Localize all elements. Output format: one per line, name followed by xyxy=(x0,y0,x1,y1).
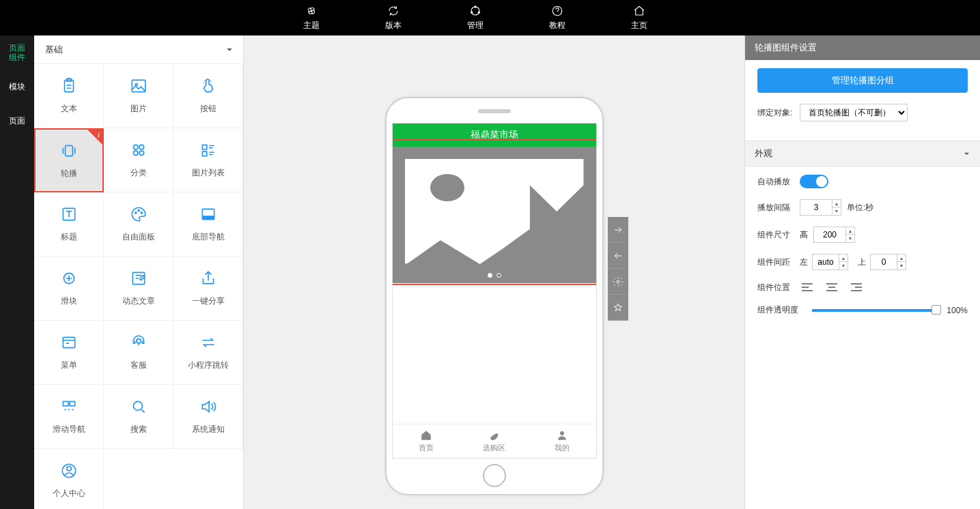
comp-dynamic-article[interactable]: 动态文章 xyxy=(104,257,173,321)
comp-service[interactable]: 客服 xyxy=(104,321,173,385)
float-star[interactable] xyxy=(608,295,628,321)
align-center-button[interactable] xyxy=(824,281,839,293)
circle-nodes-icon xyxy=(469,5,481,17)
dot xyxy=(496,273,501,278)
svg-point-19 xyxy=(141,212,142,214)
comp-bottom-nav[interactable]: 底部导航 xyxy=(173,192,243,257)
autoplay-toggle[interactable] xyxy=(800,175,828,188)
leftnav-modules[interactable]: 模块 xyxy=(0,70,34,104)
height-input[interactable] xyxy=(813,227,846,243)
svg-rect-9 xyxy=(66,145,73,156)
comp-search[interactable]: 搜索 xyxy=(104,385,173,449)
app-title-bar: 福鼎菜市场 xyxy=(393,123,596,147)
carousel-icon xyxy=(60,142,78,160)
tap-icon xyxy=(199,77,217,95)
image-icon xyxy=(130,77,148,95)
comp-profile[interactable]: 个人中心 xyxy=(34,449,104,509)
chevron-down-icon xyxy=(225,46,234,54)
vegetable-icon xyxy=(488,429,500,441)
topbar-version[interactable]: 版本 xyxy=(352,5,434,31)
gear-icon xyxy=(613,276,624,287)
comp-slide-nav[interactable]: 滑动导航 xyxy=(34,385,104,449)
list-icon xyxy=(199,141,217,159)
comp-slider[interactable]: 滑块 xyxy=(34,257,104,321)
comp-button[interactable]: 按钮 xyxy=(173,64,243,128)
svg-rect-27 xyxy=(70,401,75,406)
autoplay-label: 自动播放 xyxy=(757,176,800,188)
component-category-header[interactable]: 基础 xyxy=(34,35,243,64)
grid-icon xyxy=(130,141,148,159)
svg-rect-15 xyxy=(202,151,207,156)
interval-label: 播放间隔 xyxy=(757,202,800,214)
tab-mine[interactable]: 我的 xyxy=(528,424,596,458)
topbar-home[interactable]: 主页 xyxy=(598,5,680,31)
align-left-button[interactable] xyxy=(800,281,815,293)
size-label: 组件尺寸 xyxy=(757,229,800,241)
comp-miniapp-jump[interactable]: 小程序跳转 xyxy=(173,321,243,385)
margin-top-label: 上 xyxy=(858,257,866,268)
component-category-label: 基础 xyxy=(45,44,63,56)
comp-notification[interactable]: 系统通知 xyxy=(173,385,243,449)
property-panel: 轮播图组件设置 管理轮播图分组 绑定对象: 首页轮播图（不可删） 外观 自动播放… xyxy=(744,35,980,509)
search-icon xyxy=(130,398,148,416)
bottom-nav-icon xyxy=(199,205,217,223)
top-bar: 主题 版本 管理 教程 主页 xyxy=(0,0,980,35)
comp-category[interactable]: 分类 xyxy=(104,128,173,192)
height-label: 高 xyxy=(800,229,808,241)
position-label: 组件位置 xyxy=(757,282,800,293)
comp-image-list[interactable]: 图片列表 xyxy=(173,128,243,192)
float-arrow-right[interactable] xyxy=(608,217,628,243)
comp-image[interactable]: 图片 xyxy=(104,64,173,128)
svg-point-28 xyxy=(133,401,142,410)
tab-home[interactable]: 首页 xyxy=(393,424,460,458)
svg-point-2 xyxy=(478,12,479,13)
svg-point-3 xyxy=(471,12,473,13)
float-arrow-left[interactable] xyxy=(608,243,628,269)
opacity-label: 组件透明度 xyxy=(757,304,807,316)
float-settings[interactable] xyxy=(608,269,628,295)
comp-free-panel[interactable]: 自由面板 xyxy=(104,192,173,257)
topbar-manage[interactable]: 管理 xyxy=(434,5,516,31)
menu-icon xyxy=(60,334,78,351)
svg-point-10 xyxy=(133,145,138,149)
phone-home-button xyxy=(483,464,506,487)
manage-groups-button[interactable]: 管理轮播图分组 xyxy=(757,68,968,93)
comp-menu[interactable]: 菜单 xyxy=(34,321,104,385)
align-center-icon xyxy=(826,282,838,292)
tab-shop[interactable]: 选购区 xyxy=(460,424,528,458)
leftnav-page-components[interactable]: 页面组件 xyxy=(0,35,34,70)
svg-point-13 xyxy=(139,151,144,156)
comp-carousel[interactable]: i轮播 xyxy=(34,128,104,192)
topbar-theme[interactable]: 主题 xyxy=(270,5,352,31)
comp-title[interactable]: 标题 xyxy=(34,192,104,257)
chevron-down-icon xyxy=(963,150,970,158)
app-tabbar: 首页 选购区 我的 xyxy=(393,424,596,458)
carousel-component[interactable] xyxy=(393,147,596,283)
comp-text[interactable]: 文本 xyxy=(34,64,104,128)
appearance-section-header[interactable]: 外观 xyxy=(745,141,980,166)
refresh-icon xyxy=(387,5,400,17)
interval-unit: 单位:秒 xyxy=(847,202,873,214)
align-left-icon xyxy=(801,282,813,292)
svg-point-30 xyxy=(66,467,71,471)
margin-left-spinner[interactable]: ▲▼ xyxy=(839,254,848,270)
height-spinner[interactable]: ▲▼ xyxy=(846,227,855,243)
interval-spinner[interactable]: ▲▼ xyxy=(832,199,841,216)
margin-left-input[interactable] xyxy=(812,254,839,270)
comp-share[interactable]: 一键分享 xyxy=(173,257,243,321)
topbar-tutorial[interactable]: 教程 xyxy=(516,5,598,31)
svg-point-32 xyxy=(617,280,619,283)
topbar-label: 主页 xyxy=(631,20,647,31)
leftnav-pages[interactable]: 页面 xyxy=(0,104,34,138)
bind-object-select[interactable]: 首页轮播图（不可删） xyxy=(800,104,908,121)
opacity-slider[interactable] xyxy=(812,309,941,312)
align-right-button[interactable] xyxy=(849,281,864,293)
opacity-value: 100% xyxy=(947,306,968,315)
interval-input[interactable] xyxy=(800,199,832,216)
svg-point-1 xyxy=(475,5,476,7)
svg-point-11 xyxy=(139,145,144,149)
margin-top-input[interactable] xyxy=(870,254,897,270)
topbar-label: 管理 xyxy=(467,20,484,31)
margin-top-spinner[interactable]: ▲▼ xyxy=(897,254,906,270)
component-panel: 基础 文本 图片 按钮 i轮播 分类 图片列表 标题 自由面板 底部导航 滑块 … xyxy=(34,35,244,509)
